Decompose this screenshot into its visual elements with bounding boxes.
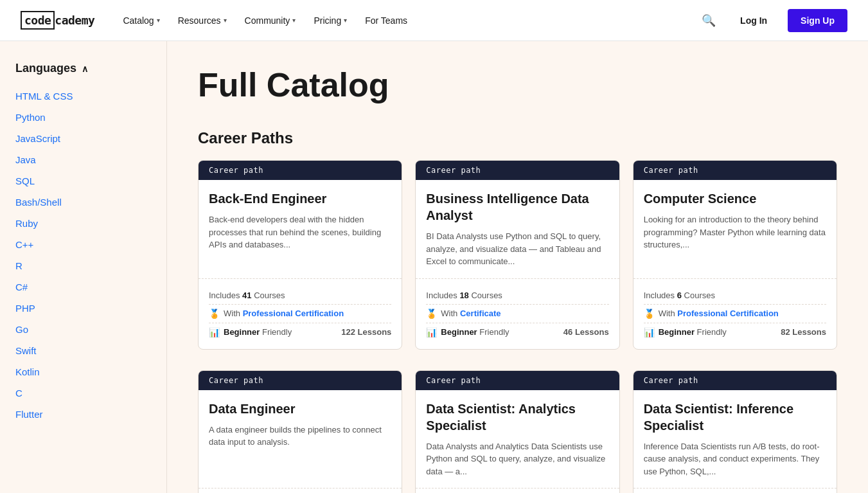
card-level-label: Beginner Friendly	[441, 327, 509, 337]
card-cert-row: 🏅 With Professional Certification	[644, 305, 826, 323]
nav-resources[interactable]: Resources ▾	[170, 10, 235, 31]
card-title: Data Engineer	[209, 400, 391, 417]
sidebar-item-flutter[interactable]: Flutter	[15, 404, 151, 425]
card-desc: Inference Data Scientists run A/B tests,…	[644, 440, 826, 478]
main-nav: Catalog ▾ Resources ▾ Community ▾ Pricin…	[115, 10, 698, 31]
card-body: Data Scientist: Analytics Specialist Dat…	[416, 390, 619, 489]
card-body: Data Engineer A data engineer builds the…	[199, 390, 402, 489]
nav-for-teams[interactable]: For Teams	[357, 10, 415, 31]
card-badge: Career path	[199, 371, 402, 390]
card-level-row: 📊 Beginner Friendly 122 Lessons	[209, 323, 391, 341]
career-path-card[interactable]: Career path Data Scientist: Analytics Sp…	[415, 370, 619, 493]
card-body: Business Intelligence Data Analyst BI Da…	[416, 180, 619, 278]
card-badge: Career path	[199, 161, 402, 180]
sidebar: Languages ∧ HTML & CSSPythonJavaScriptJa…	[0, 41, 167, 493]
sidebar-item-bash-shell[interactable]: Bash/Shell	[15, 192, 151, 213]
card-desc: Back-end developers deal with the hidden…	[209, 213, 391, 268]
sidebar-item-go[interactable]: Go	[15, 319, 151, 340]
nav-pricing[interactable]: Pricing ▾	[306, 10, 355, 31]
sidebar-item-c[interactable]: C	[15, 382, 151, 404]
main-content: Full Catalog Career Paths Career path Ba…	[167, 41, 868, 493]
card-cert-label: With Professional Certification	[659, 309, 779, 318]
card-badge: Career path	[416, 371, 619, 390]
logo-code-part: code	[21, 11, 55, 30]
card-title: Business Intelligence Data Analyst	[426, 190, 608, 224]
sidebar-item-java[interactable]: Java	[15, 149, 151, 170]
sidebar-item-javascript[interactable]: JavaScript	[15, 128, 151, 149]
card-footer: Includes 41 Courses 🏅 With Professional …	[199, 278, 402, 349]
card-level-row: 📊 Beginner Friendly 82 Lessons	[644, 323, 826, 341]
sidebar-item-r[interactable]: R	[15, 255, 151, 276]
card-cert-row: 🏅 With Certificate	[426, 305, 608, 323]
sidebar-item-swift[interactable]: Swift	[15, 340, 151, 361]
page-title: Full Catalog	[198, 67, 837, 103]
career-path-card[interactable]: Career path Back-End Engineer Back-end d…	[198, 160, 402, 350]
career-path-card[interactable]: Career path Computer Science Looking for…	[633, 160, 837, 350]
card-lessons: 122 Lessons	[341, 327, 391, 337]
chevron-down-icon: ▾	[344, 17, 347, 24]
card-badge: Career path	[633, 161, 837, 180]
card-title: Back-End Engineer	[209, 190, 391, 207]
nav-catalog[interactable]: Catalog ▾	[115, 10, 167, 31]
card-title: Data Scientist: Analytics Specialist	[426, 400, 608, 434]
card-title: Computer Science	[644, 190, 826, 207]
card-desc: A data engineer builds the pipelines to …	[209, 424, 391, 478]
nav-community[interactable]: Community ▾	[237, 10, 304, 31]
card-courses-row: Includes 18 Courses	[426, 287, 608, 305]
logo[interactable]: codecademy	[21, 13, 94, 28]
card-courses-label: Includes 18 Courses	[426, 291, 502, 300]
career-path-card[interactable]: Career path Business Intelligence Data A…	[415, 160, 619, 350]
signup-button[interactable]: Sign Up	[788, 9, 847, 32]
card-cert-label: With Certificate	[441, 309, 500, 318]
card-title: Data Scientist: Inference Specialist	[644, 400, 826, 434]
card-footer: 📊 Beginner Friendly	[199, 488, 402, 493]
card-level-label: Beginner Friendly	[224, 327, 292, 337]
sidebar-item-sql[interactable]: SQL	[15, 170, 151, 192]
login-button[interactable]: Log In	[730, 10, 777, 31]
sidebar-item-html---css[interactable]: HTML & CSS	[15, 85, 151, 107]
card-body: Data Scientist: Inference Specialist Inf…	[633, 390, 837, 489]
chart-icon: 📊	[209, 327, 220, 337]
career-path-card[interactable]: Career path Data Scientist: Inference Sp…	[633, 370, 837, 493]
card-level-row: 📊 Beginner Friendly 46 Lessons	[426, 323, 608, 341]
certificate-icon: 🏅	[209, 309, 220, 319]
chevron-down-icon: ▾	[157, 17, 160, 24]
chart-icon: 📊	[644, 327, 655, 337]
card-badge: Career path	[633, 371, 837, 390]
page-layout: Languages ∧ HTML & CSSPythonJavaScriptJa…	[0, 41, 868, 493]
card-courses-row: Includes 6 Courses	[644, 287, 826, 305]
card-courses-label: Includes 6 Courses	[644, 291, 715, 300]
chevron-up-icon: ∧	[82, 64, 88, 74]
career-paths-row1: Career path Back-End Engineer Back-end d…	[198, 160, 837, 350]
chevron-down-icon: ▾	[224, 17, 227, 24]
sidebar-item-python[interactable]: Python	[15, 107, 151, 128]
logo-academy-part: cademy	[55, 13, 94, 27]
card-desc: Looking for an introduction to the theor…	[644, 213, 826, 268]
certificate-icon: 🏅	[426, 309, 437, 319]
card-lessons: 82 Lessons	[781, 327, 826, 337]
header: codecademy Catalog ▾ Resources ▾ Communi…	[0, 0, 868, 41]
sidebar-links: HTML & CSSPythonJavaScriptJavaSQLBash/Sh…	[15, 85, 151, 425]
career-path-card[interactable]: Career path Data Engineer A data enginee…	[198, 370, 402, 493]
card-footer: Includes 18 Courses 🏅 With Certificate 📊…	[416, 278, 619, 349]
chart-icon: 📊	[426, 327, 437, 337]
card-footer: 📊 Beginner Friendly	[416, 488, 619, 493]
card-body: Computer Science Looking for an introduc…	[633, 180, 837, 278]
card-lessons: 46 Lessons	[563, 327, 609, 337]
card-body: Back-End Engineer Back-end developers de…	[199, 180, 402, 278]
sidebar-section-title: Languages ∧	[15, 62, 151, 75]
card-cert-row: 🏅 With Professional Certification	[209, 305, 391, 323]
card-level-label: Beginner Friendly	[659, 327, 727, 337]
sidebar-item-c--[interactable]: C++	[15, 234, 151, 255]
sidebar-item-kotlin[interactable]: Kotlin	[15, 361, 151, 382]
sidebar-item-ruby[interactable]: Ruby	[15, 213, 151, 234]
card-desc: Data Analysts and Analytics Data Scienti…	[426, 440, 608, 478]
card-courses-row: Includes 41 Courses	[209, 287, 391, 305]
career-paths-title: Career Paths	[198, 129, 837, 147]
certificate-icon: 🏅	[644, 309, 655, 319]
search-button[interactable]: 🔍	[698, 10, 720, 31]
sidebar-item-php[interactable]: PHP	[15, 298, 151, 319]
card-cert-label: With Professional Certification	[224, 309, 344, 318]
chevron-down-icon: ▾	[292, 17, 296, 24]
sidebar-item-c-[interactable]: C#	[15, 276, 151, 298]
